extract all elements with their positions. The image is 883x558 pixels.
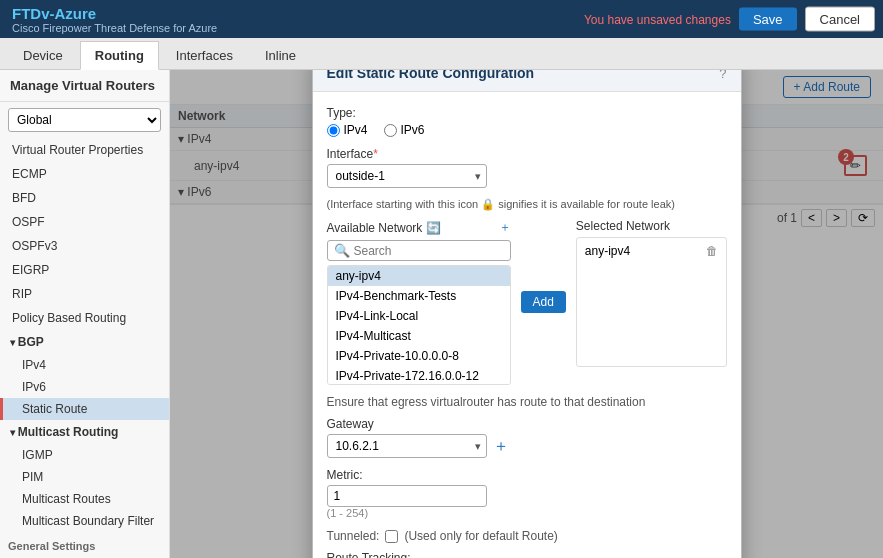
add-btn-container: Add xyxy=(521,219,566,385)
metric-hint: (1 - 254) xyxy=(327,507,727,519)
net-item-private-172[interactable]: IPv4-Private-172.16.0.0-12 xyxy=(328,366,510,385)
net-item-multicast[interactable]: IPv4-Multicast xyxy=(328,326,510,346)
sidebar-group-bgp[interactable]: BGP xyxy=(0,330,169,354)
search-box: 🔍 xyxy=(327,240,511,261)
tab-device[interactable]: Device xyxy=(8,41,78,69)
delete-selected-icon[interactable]: 🗑 xyxy=(706,244,718,258)
interface-hint: (Interface starting with this icon 🔒 sig… xyxy=(327,198,727,211)
sidebar-item-ecmp[interactable]: ECMP xyxy=(0,162,169,186)
sidebar-item-multicast-boundary-filter[interactable]: Multicast Boundary Filter xyxy=(0,510,169,532)
type-ipv6-radio[interactable] xyxy=(384,124,397,137)
tab-routing[interactable]: Routing xyxy=(80,41,159,70)
sidebar-item-pim[interactable]: PIM xyxy=(0,466,169,488)
gateway-input-row: 10.6.2.1 ＋ xyxy=(327,434,727,458)
save-button[interactable]: Save xyxy=(739,8,797,31)
route-tracking-row: Route Tracking: 3 ＋ xyxy=(327,551,727,558)
gateway-row: Gateway 10.6.2.1 ＋ xyxy=(327,417,727,458)
net-item-private-10[interactable]: IPv4-Private-10.0.0.0-8 xyxy=(328,346,510,366)
gateway-select[interactable]: 10.6.2.1 xyxy=(327,434,487,458)
sidebar-title: Manage Virtual Routers xyxy=(0,70,169,102)
cancel-button[interactable]: Cancel xyxy=(805,7,875,32)
tunneled-row: Tunneled: (Used only for default Route) xyxy=(327,529,727,543)
ensure-text: Ensure that egress virtualrouter has rou… xyxy=(327,395,727,409)
interface-select-wrapper: outside-1 xyxy=(327,164,487,188)
modal-header: Edit Static Route Configuration ? xyxy=(313,70,741,92)
tunneled-hint: (Used only for default Route) xyxy=(404,529,557,543)
app-title: FTDv-Azure Cisco Firepower Threat Defens… xyxy=(12,5,217,34)
net-item-link-local[interactable]: IPv4-Link-Local xyxy=(328,306,510,326)
sidebar-item-rip[interactable]: RIP xyxy=(0,282,169,306)
available-network-label: Available Network 🔄 ＋ xyxy=(327,219,511,236)
top-bar: FTDv-Azure Cisco Firepower Threat Defens… xyxy=(0,0,883,38)
refresh-network-icon[interactable]: 🔄 xyxy=(426,221,441,235)
selected-network-box: any-ipv4 🗑 xyxy=(576,237,727,367)
available-network-list: any-ipv4 IPv4-Benchmark-Tests IPv4-Link-… xyxy=(327,265,511,385)
sidebar-item-ospfv3[interactable]: OSPFv3 xyxy=(0,234,169,258)
sidebar-item-igmp[interactable]: IGMP xyxy=(0,444,169,466)
sidebar: Manage Virtual Routers Global Virtual Ro… xyxy=(0,70,170,558)
available-network-section: Available Network 🔄 ＋ 🔍 any-ipv4 IPv4-Be… xyxy=(327,219,511,385)
selected-network-label: Selected Network xyxy=(576,219,727,233)
sidebar-group-multicast[interactable]: Multicast Routing xyxy=(0,420,169,444)
tab-inline[interactable]: Inline xyxy=(250,41,311,69)
add-network-icon[interactable]: ＋ xyxy=(499,219,511,236)
unsaved-message: You have unsaved changes xyxy=(584,12,731,26)
network-section: Available Network 🔄 ＋ 🔍 any-ipv4 IPv4-Be… xyxy=(327,219,727,385)
type-radio-group: IPv4 IPv6 xyxy=(327,123,727,137)
content-area: + Add Route Network Metric Tracked ▾ IPv… xyxy=(170,70,883,558)
interface-select[interactable]: outside-1 xyxy=(327,164,487,188)
sidebar-general-settings: General Settings xyxy=(0,536,169,554)
tab-interfaces[interactable]: Interfaces xyxy=(161,41,248,69)
add-network-button[interactable]: Add xyxy=(521,291,566,313)
tunneled-label: Tunneled: xyxy=(327,529,380,543)
net-item-any-ipv4[interactable]: any-ipv4 xyxy=(328,266,510,286)
net-item-benchmark[interactable]: IPv4-Benchmark-Tests xyxy=(328,286,510,306)
modal: Edit Static Route Configuration ? Type: … xyxy=(312,70,742,558)
sidebar-item-static-route[interactable]: Static Route xyxy=(0,398,169,420)
type-ipv4-radio[interactable] xyxy=(327,124,340,137)
sidebar-item-virtual-router-properties[interactable]: Virtual Router Properties xyxy=(0,138,169,162)
sidebar-item-ospf[interactable]: OSPF xyxy=(0,210,169,234)
interface-row: Interface* outside-1 xyxy=(327,147,727,188)
modal-body: Type: IPv4 IPv6 Interface* xyxy=(313,92,741,558)
selected-item-any-ipv4: any-ipv4 🗑 xyxy=(585,242,718,260)
main-layout: Manage Virtual Routers Global Virtual Ro… xyxy=(0,70,883,558)
sidebar-router-dropdown[interactable]: Global xyxy=(8,108,161,132)
sidebar-item-general-bgp[interactable]: BGP xyxy=(0,554,169,558)
gateway-select-wrapper: 10.6.2.1 xyxy=(327,434,487,458)
sidebar-item-policy-based-routing[interactable]: Policy Based Routing xyxy=(0,306,169,330)
nav-tabs: Device Routing Interfaces Inline xyxy=(0,38,883,70)
add-gateway-icon[interactable]: ＋ xyxy=(493,436,509,457)
type-ipv4-label[interactable]: IPv4 xyxy=(327,123,368,137)
selected-network-section: Selected Network any-ipv4 🗑 xyxy=(576,219,727,385)
type-ipv6-label[interactable]: IPv6 xyxy=(384,123,425,137)
interface-label: Interface* xyxy=(327,147,727,161)
sidebar-item-bgp-ipv4[interactable]: IPv4 xyxy=(0,354,169,376)
sidebar-item-bgp-ipv6[interactable]: IPv6 xyxy=(0,376,169,398)
type-row: Type: IPv4 IPv6 xyxy=(327,106,727,137)
modal-help-icon[interactable]: ? xyxy=(719,70,726,81)
sidebar-item-eigrp[interactable]: EIGRP xyxy=(0,258,169,282)
type-label: Type: xyxy=(327,106,727,120)
selected-item-label: any-ipv4 xyxy=(585,244,630,258)
modal-overlay: Edit Static Route Configuration ? Type: … xyxy=(170,70,883,558)
search-icon: 🔍 xyxy=(334,243,350,258)
modal-title: Edit Static Route Configuration xyxy=(327,70,535,81)
gateway-label: Gateway xyxy=(327,417,727,431)
sidebar-item-multicast-routes[interactable]: Multicast Routes xyxy=(0,488,169,510)
tunneled-checkbox[interactable] xyxy=(385,530,398,543)
metric-input[interactable] xyxy=(327,485,487,507)
route-tracking-label: Route Tracking: xyxy=(327,551,727,558)
sidebar-item-bfd[interactable]: BFD xyxy=(0,186,169,210)
top-bar-actions: You have unsaved changes Save Cancel xyxy=(584,7,875,32)
search-input[interactable] xyxy=(354,244,504,258)
metric-label: Metric: xyxy=(327,468,727,482)
metric-row: Metric: (1 - 254) xyxy=(327,468,727,519)
